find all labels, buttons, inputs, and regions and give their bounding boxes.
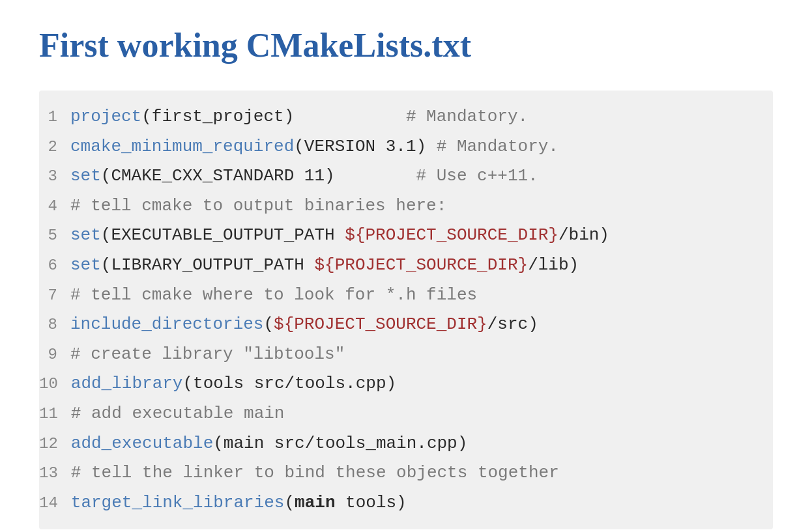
keyword: target_link_libraries	[71, 493, 285, 512]
line-content-3: set(CMAKE_CXX_STANDARD 11) # Use c++11.	[70, 163, 760, 190]
keyword: set	[70, 255, 101, 275]
line-content-5: set(EXECUTABLE_OUTPUT_PATH ${PROJECT_SOU…	[70, 222, 760, 249]
line-number-9: 9	[39, 342, 70, 367]
line-content-4: # tell cmake to output binaries here:	[70, 193, 760, 220]
code-line-11: 11 # add executable main	[39, 399, 773, 429]
line-number-6: 6	[39, 253, 70, 278]
line-number-2: 2	[39, 135, 70, 160]
code-block: 1 project(first_project) # Mandatory. 2 …	[39, 91, 773, 529]
code-line-6: 6 set(LIBRARY_OUTPUT_PATH ${PROJECT_SOUR…	[39, 251, 773, 281]
line-number-11: 11	[39, 402, 71, 426]
line-content-9: # create library "libtools"	[70, 341, 760, 369]
line-number-12: 12	[39, 432, 71, 456]
line-number-14: 14	[39, 491, 71, 516]
line-content-12: add_executable(main src/tools_main.cpp)	[71, 430, 760, 458]
keyword: include_directories	[70, 314, 263, 334]
line-content-11: # add executable main	[71, 400, 760, 428]
line-number-7: 7	[39, 283, 70, 308]
line-content-13: # tell the linker to bind these objects …	[71, 460, 760, 487]
line-number-13: 13	[39, 461, 71, 486]
line-content-10: add_library(tools src/tools.cpp)	[71, 370, 760, 398]
code-line-8: 8 include_directories(${PROJECT_SOURCE_D…	[39, 310, 773, 340]
keyword: project	[70, 107, 141, 126]
line-content-6: set(LIBRARY_OUTPUT_PATH ${PROJECT_SOURCE…	[70, 252, 760, 279]
code-line-4: 4 # tell cmake to output binaries here:	[39, 191, 773, 221]
code-line-10: 10 add_library(tools src/tools.cpp)	[39, 369, 773, 399]
keyword: set	[70, 225, 101, 245]
line-number-10: 10	[39, 372, 71, 397]
keyword: add_executable	[71, 434, 213, 453]
line-number-5: 5	[39, 223, 70, 248]
code-line-13: 13 # tell the linker to bind these objec…	[39, 458, 773, 488]
code-line-7: 7 # tell cmake where to look for *.h fil…	[39, 281, 773, 311]
line-content-14: target_link_libraries(main tools)	[71, 490, 760, 517]
keyword: add_library	[71, 374, 183, 393]
line-content-2: cmake_minimum_required(VERSION 3.1) # Ma…	[70, 133, 760, 161]
line-number-8: 8	[39, 313, 70, 337]
keyword: cmake_minimum_required	[70, 137, 294, 156]
page-title: First working CMakeLists.txt	[39, 26, 773, 64]
line-content-8: include_directories(${PROJECT_SOURCE_DIR…	[70, 311, 760, 339]
keyword: set	[70, 166, 101, 186]
code-line-1: 1 project(first_project) # Mandatory.	[39, 102, 773, 132]
line-number-3: 3	[39, 164, 70, 189]
line-content-7: # tell cmake where to look for *.h files	[70, 282, 760, 309]
code-line-5: 5 set(EXECUTABLE_OUTPUT_PATH ${PROJECT_S…	[39, 221, 773, 251]
code-line-3: 3 set(CMAKE_CXX_STANDARD 11) # Use c++11…	[39, 161, 773, 191]
code-line-9: 9 # create library "libtools"	[39, 340, 773, 370]
code-line-14: 14 target_link_libraries(main tools)	[39, 488, 773, 518]
line-content-1: project(first_project) # Mandatory.	[70, 104, 760, 131]
line-number-1: 1	[39, 105, 70, 130]
code-line-12: 12 add_executable(main src/tools_main.cp…	[39, 429, 773, 459]
code-line-2: 2 cmake_minimum_required(VERSION 3.1) # …	[39, 132, 773, 162]
line-number-4: 4	[39, 194, 70, 219]
